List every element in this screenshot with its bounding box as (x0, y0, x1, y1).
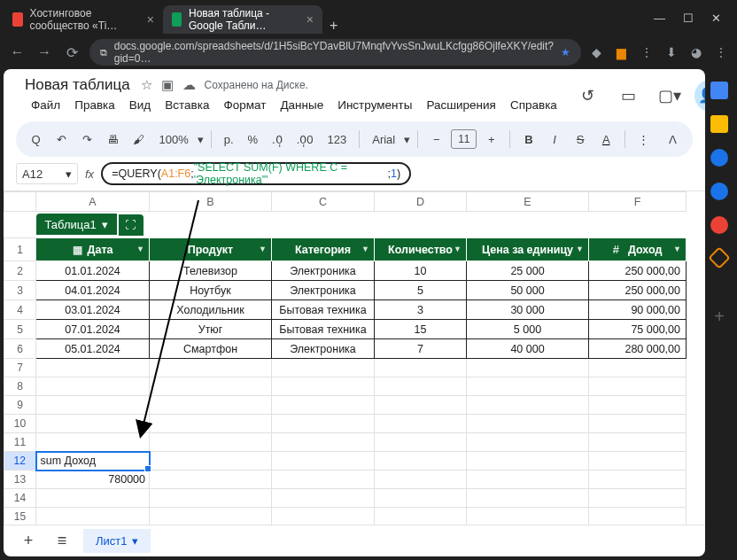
cell[interactable]: 780000 (36, 471, 150, 489)
undo-button[interactable]: ↶ (50, 128, 73, 151)
cell[interactable]: 03.01.2024 (36, 300, 150, 320)
cell[interactable]: 10 (375, 261, 467, 281)
decrease-decimals-button[interactable]: .0̩ (267, 133, 288, 146)
col-header-c[interactable]: C (272, 192, 375, 212)
more-icon[interactable]: ⋮ (632, 128, 655, 151)
browser-tab-2[interactable]: Новая таблица - Google Табли… × (163, 5, 322, 34)
cell[interactable] (272, 452, 375, 471)
chevron-down-icon[interactable]: ▼ (361, 245, 369, 253)
cell[interactable]: Холодильник (150, 300, 272, 320)
chevron-down-icon[interactable]: ▾ (132, 534, 138, 548)
cell[interactable] (36, 396, 150, 415)
cell[interactable]: 280 000,00 (589, 339, 687, 359)
row-header[interactable]: 10 (4, 415, 36, 433)
chevron-down-icon[interactable]: ▼ (259, 245, 267, 253)
row-header[interactable]: 7 (4, 359, 36, 377)
cell[interactable] (375, 415, 467, 433)
menu-file[interactable]: Файл (25, 96, 66, 114)
menu-extensions[interactable]: Расширения (420, 96, 502, 114)
fontsize-input[interactable]: 11 (451, 129, 477, 149)
get-addons-button[interactable]: + (714, 307, 725, 327)
comments-icon[interactable]: ▭ (613, 80, 645, 112)
move-icon[interactable]: ▣ (161, 77, 174, 93)
number-format-button[interactable]: 123 (322, 133, 353, 146)
cell[interactable] (36, 508, 150, 525)
cell[interactable] (467, 489, 589, 508)
cell[interactable]: Утюг (150, 320, 272, 339)
percent-button[interactable]: % (243, 133, 264, 146)
cell[interactable]: 250 000,00 (589, 261, 687, 281)
chevron-down-icon[interactable]: ▾ (404, 133, 410, 146)
row-header[interactable]: 11 (4, 433, 36, 452)
cell[interactable]: Бытовая техника (272, 300, 375, 320)
decrease-fontsize-button[interactable]: − (425, 128, 447, 151)
row-header[interactable]: 6 (4, 339, 36, 359)
cell[interactable] (36, 489, 150, 508)
cell[interactable] (467, 377, 589, 396)
all-sheets-button[interactable]: ≡ (50, 529, 74, 554)
extension-icon[interactable]: ▆ (613, 43, 631, 61)
close-icon[interactable]: × (306, 12, 314, 27)
cell[interactable]: Электроника (272, 281, 375, 300)
cell[interactable] (272, 415, 375, 433)
reload-button[interactable]: ⟳ (62, 40, 82, 65)
meet-icon[interactable]: ▢▾ (654, 80, 686, 112)
cell[interactable]: Ноутбук (150, 281, 272, 300)
cell[interactable] (375, 359, 467, 377)
url-input[interactable]: ⧉ docs.google.com/spreadsheets/d/1H5siBc… (89, 39, 581, 66)
cell[interactable]: 50 000 (467, 281, 589, 300)
cell[interactable] (150, 415, 272, 433)
cell[interactable] (150, 489, 272, 508)
currency-button[interactable]: р. (219, 133, 239, 146)
row-header[interactable]: 1 (4, 238, 36, 261)
cell[interactable] (375, 452, 467, 471)
cell[interactable] (272, 377, 375, 396)
cell[interactable] (589, 508, 687, 525)
cell[interactable] (375, 396, 467, 415)
cell[interactable] (36, 415, 150, 433)
col-header-d[interactable]: D (375, 192, 467, 212)
redo-button[interactable]: ↷ (76, 128, 98, 151)
chevron-down-icon[interactable]: ▼ (673, 245, 681, 253)
row-header[interactable]: 2 (4, 261, 36, 281)
cell[interactable] (589, 415, 687, 433)
cell[interactable] (589, 433, 687, 452)
cell[interactable]: 250 000,00 (589, 281, 687, 300)
cell[interactable] (150, 471, 272, 489)
row-header[interactable]: 8 (4, 377, 36, 396)
cell[interactable] (272, 508, 375, 525)
star-icon[interactable]: ☆ (141, 77, 152, 93)
bookmark-icon[interactable]: ★ (561, 46, 570, 58)
cell[interactable]: 01.01.2024 (36, 261, 150, 281)
cell[interactable]: 5 (375, 281, 467, 300)
cloud-icon[interactable]: ☁ (182, 77, 196, 93)
cell[interactable]: 04.01.2024 (36, 281, 150, 300)
cell[interactable] (150, 377, 272, 396)
new-tab-button[interactable]: + (330, 18, 337, 34)
cell[interactable]: 5 000 (467, 320, 589, 339)
col-header-f[interactable]: F (589, 192, 687, 212)
menu-insert[interactable]: Вставка (159, 96, 215, 114)
select-all-corner[interactable] (4, 192, 36, 212)
cell[interactable]: 15 (375, 320, 467, 339)
cell[interactable] (150, 359, 272, 377)
table-col-product[interactable]: Продукт▼ (150, 238, 272, 261)
cell[interactable]: Электроника (272, 261, 375, 281)
cell[interactable]: Телевизор (150, 261, 272, 281)
browser-tab-1[interactable]: Хостинговое сообщество «Ti… × (4, 5, 163, 34)
back-button[interactable]: ← (7, 40, 27, 65)
table-col-date[interactable]: ▦Дата▼ (36, 238, 150, 261)
chevron-down-icon[interactable]: ▼ (136, 245, 144, 253)
strikethrough-button[interactable]: S (570, 128, 592, 151)
contacts-icon[interactable] (710, 183, 728, 200)
table-col-income[interactable]: #Доход▼ (589, 238, 687, 261)
cell[interactable] (272, 396, 375, 415)
profile-icon[interactable]: ◕ (687, 43, 705, 61)
table-chip[interactable]: Таблица1▾ (36, 214, 117, 235)
cell[interactable] (467, 396, 589, 415)
menu-tools[interactable]: Инструменты (331, 96, 418, 114)
italic-button[interactable]: I (544, 128, 566, 151)
cell[interactable]: 07.01.2024 (36, 320, 150, 339)
cell[interactable] (150, 433, 272, 452)
cell[interactable] (375, 433, 467, 452)
